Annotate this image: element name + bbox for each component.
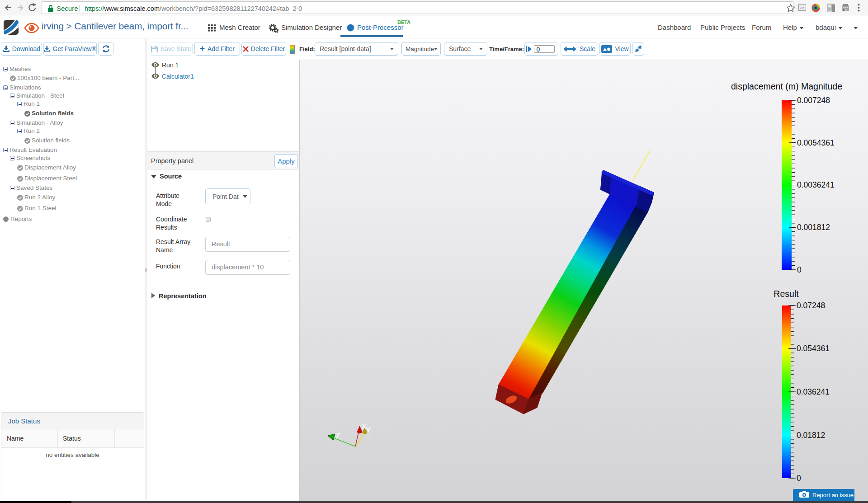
svg-text:0.001812: 0.001812	[797, 223, 830, 232]
svg-text:0.07248: 0.07248	[797, 301, 825, 310]
svg-text:0.0054361: 0.0054361	[797, 138, 835, 147]
svg-text:Result: Result	[774, 289, 799, 299]
svg-text:0.036241: 0.036241	[797, 387, 830, 396]
svg-text:displacement (m) Magnitude: displacement (m) Magnitude	[731, 81, 842, 91]
svg-text:0: 0	[797, 474, 801, 483]
svg-text:0: 0	[797, 265, 802, 274]
svg-text:0.054361: 0.054361	[797, 344, 830, 353]
svg-text:0.01812: 0.01812	[797, 431, 825, 440]
svg-text:Y: Y	[366, 426, 371, 434]
svg-text:0.007248: 0.007248	[797, 96, 830, 105]
svg-text:0.0036241: 0.0036241	[797, 180, 835, 189]
svg-text:Z: Z	[335, 432, 340, 440]
